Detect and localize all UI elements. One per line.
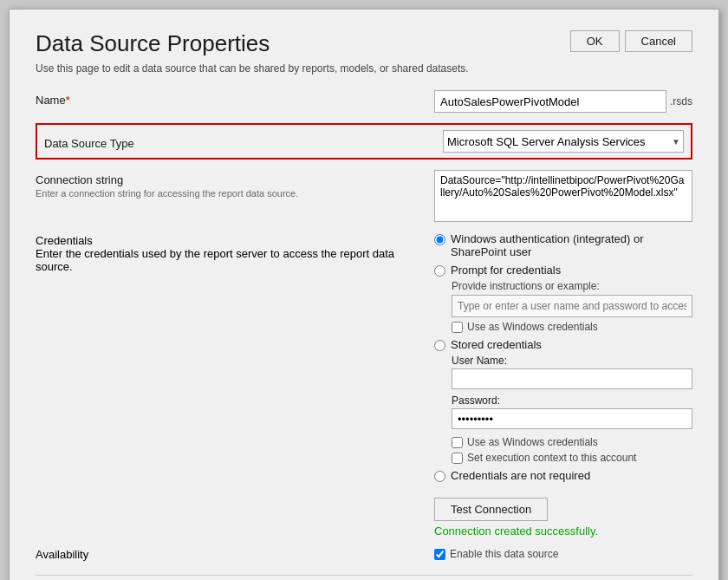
no-cred-radio[interactable] xyxy=(434,471,445,482)
connection-string-row: Connection string Enter a connection str… xyxy=(36,170,692,222)
credentials-radio-group: Windows authentication (integrated) or S… xyxy=(434,232,692,482)
enable-datasource-label: Enable this data source xyxy=(450,548,558,560)
stored-execution-context-label: Set execution context to this account xyxy=(467,452,636,464)
no-cred-label: Credentials are not required xyxy=(451,469,590,482)
name-input-col: .rsds xyxy=(434,90,692,113)
credentials-desc: Enter the credentials used by the report… xyxy=(36,247,434,273)
stored-radio[interactable] xyxy=(434,340,445,351)
stored-username-label: User Name: xyxy=(452,355,692,367)
stored-username-input[interactable] xyxy=(452,368,692,389)
prompt-windows-cred-row: Use as Windows credentials xyxy=(452,321,692,333)
stored-sub-section: User Name: Password: Use as Windows cred… xyxy=(452,355,692,464)
stored-windows-cred-checkbox[interactable] xyxy=(452,437,463,448)
prompt-radio[interactable] xyxy=(434,265,445,277)
prompt-instructions-label: Provide instructions or example: xyxy=(452,280,692,292)
data-source-properties-dialog: Data Source Properties Use this page to … xyxy=(9,9,719,580)
prompt-radio-item: Prompt for credentials xyxy=(434,264,692,277)
stored-windows-cred-row: Use as Windows credentials xyxy=(452,436,692,448)
stored-radio-item: Stored credentials xyxy=(434,338,692,351)
connection-string-label: Connection string xyxy=(36,173,434,186)
name-label: Name* xyxy=(36,94,70,107)
rsds-suffix: .rsds xyxy=(670,95,692,108)
top-action-buttons: OK Cancel xyxy=(570,30,692,52)
connection-string-textarea[interactable]: DataSource="http://intellinetbipoc/Power… xyxy=(434,170,692,222)
windows-auth-radio[interactable] xyxy=(434,234,445,245)
availability-row: Availability Enable this data source xyxy=(36,548,692,561)
name-label-col: Name* xyxy=(36,90,434,107)
no-cred-radio-item: Credentials are not required xyxy=(434,469,692,482)
data-source-type-label: Data Source Type xyxy=(44,137,134,150)
availability-label: Availability xyxy=(36,548,88,561)
enable-datasource-checkbox[interactable] xyxy=(434,549,445,560)
credentials-section: Credentials Enter the credentials used b… xyxy=(36,232,692,538)
stored-password-label: Password: xyxy=(452,394,692,407)
connection-string-desc: Enter a connection string for accessing … xyxy=(36,188,434,199)
test-connection-section: Test Connection Connection created succe… xyxy=(434,491,692,538)
prompt-cred-section: Prompt for credentials Provide instructi… xyxy=(434,264,692,333)
stored-execution-context-checkbox[interactable] xyxy=(452,453,463,464)
stored-label: Stored credentials xyxy=(451,338,542,351)
stored-execution-context-row: Set execution context to this account xyxy=(452,452,692,464)
prompt-windows-cred-checkbox[interactable] xyxy=(452,322,463,333)
availability-label-col: Availability xyxy=(36,548,434,561)
data-source-type-select[interactable]: Microsoft SQL Server Analysis Services M… xyxy=(443,130,684,153)
name-input[interactable] xyxy=(434,90,666,113)
data-source-type-label-col: Data Source Type xyxy=(44,134,443,150)
page-subtitle: Use this page to edit a data source that… xyxy=(36,62,692,75)
stored-windows-cred-label: Use as Windows credentials xyxy=(467,436,598,448)
bottom-action-buttons: OK Cancel xyxy=(36,575,692,580)
credentials-label-col: Credentials Enter the credentials used b… xyxy=(36,232,434,273)
windows-auth-label: Windows authentication (integrated) or S… xyxy=(451,232,692,258)
prompt-instructions-input[interactable] xyxy=(452,295,692,317)
credentials-label: Credentials xyxy=(36,234,434,247)
prompt-label: Prompt for credentials xyxy=(451,264,561,277)
name-row: Name* .rsds xyxy=(36,90,692,113)
connection-success-message: Connection created successfully. xyxy=(434,525,692,538)
credentials-options-col: Windows authentication (integrated) or S… xyxy=(434,232,692,538)
data-source-type-select-wrapper: Microsoft SQL Server Analysis Services M… xyxy=(443,130,684,153)
prompt-windows-cred-label: Use as Windows credentials xyxy=(467,321,598,333)
top-ok-button[interactable]: OK xyxy=(570,30,620,52)
availability-check-col: Enable this data source xyxy=(434,548,692,560)
connection-string-label-col: Connection string Enter a connection str… xyxy=(36,170,434,199)
top-cancel-button[interactable]: Cancel xyxy=(625,30,692,52)
data-source-type-row: Data Source Type Microsoft SQL Server An… xyxy=(36,123,692,160)
stored-cred-section: Stored credentials User Name: Password: … xyxy=(434,338,692,464)
stored-password-input[interactable] xyxy=(452,408,692,429)
test-connection-button[interactable]: Test Connection xyxy=(434,498,548,521)
required-marker: * xyxy=(66,94,70,107)
windows-auth-radio-item: Windows authentication (integrated) or S… xyxy=(434,232,692,258)
prompt-sub-section: Provide instructions or example: Use as … xyxy=(452,280,692,333)
connection-string-input-col: DataSource="http://intellinetbipoc/Power… xyxy=(434,170,692,222)
